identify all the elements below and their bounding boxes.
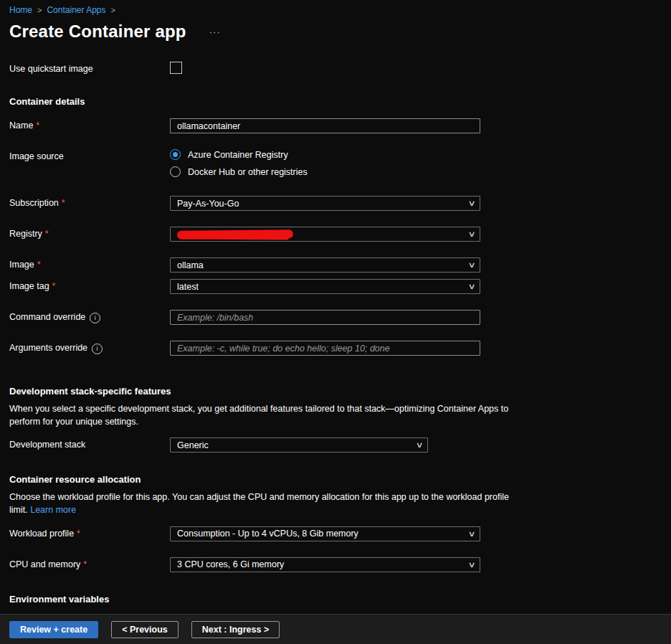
radio-label: Docker Hub or other registries <box>188 167 308 177</box>
name-row: Name <box>9 118 660 133</box>
chevron-down-icon: ∨ <box>467 282 475 291</box>
image-value: ollama <box>177 260 204 270</box>
previous-button[interactable]: < Previous <box>111 621 179 638</box>
development-stack-value: Generic <box>177 440 209 450</box>
title-row: Create Container app ··· <box>9 22 660 42</box>
image-source-row: Image source Azure Container Registry Do… <box>9 149 660 177</box>
development-stack-label: Development stack <box>9 437 170 453</box>
page-title: Create Container app <box>9 22 186 42</box>
radio-azure-container-registry[interactable]: Azure Container Registry <box>170 149 660 160</box>
command-override-row: Command override i <box>9 310 660 325</box>
radio-selected-icon <box>170 149 181 160</box>
arguments-override-label: Arguments override i <box>9 341 170 356</box>
registry-label: Registry <box>9 227 170 242</box>
radio-docker-hub[interactable]: Docker Hub or other registries <box>170 166 660 177</box>
image-tag-label: Image tag <box>9 279 170 294</box>
breadcrumb-separator: > <box>111 6 115 14</box>
chevron-down-icon: ∨ <box>467 260 475 270</box>
cpu-memory-label: CPU and memory <box>9 557 170 572</box>
command-override-input[interactable] <box>170 310 480 325</box>
cpu-memory-value: 3 CPU cores, 6 Gi memory <box>177 559 284 569</box>
create-container-app-page: Home > Container Apps > Create Container… <box>0 0 671 605</box>
quickstart-row: Use quickstart image <box>9 62 660 75</box>
chevron-down-icon: ∨ <box>467 229 475 239</box>
command-override-label: Command override i <box>9 310 170 325</box>
chevron-down-icon: ∨ <box>467 529 475 539</box>
review-create-button[interactable]: Review + create <box>9 621 98 638</box>
environment-variables-heading: Environment variables <box>9 594 660 605</box>
image-label: Image <box>9 257 170 273</box>
workload-profile-value: Consumption - Up to 4 vCPUs, 8 Gib memor… <box>177 529 358 539</box>
registry-row: Registry ∨ <box>9 227 660 242</box>
learn-more-link[interactable]: Learn more <box>30 505 76 515</box>
workload-profile-row: Workload profile Consumption - Up to 4 v… <box>9 526 660 541</box>
workload-profile-select[interactable]: Consumption - Up to 4 vCPUs, 8 Gib memor… <box>170 526 480 541</box>
development-stack-row: Development stack Generic ∨ <box>9 437 660 453</box>
development-stack-select[interactable]: Generic ∨ <box>170 437 428 453</box>
redacted-registry-value <box>177 229 293 240</box>
info-icon[interactable]: i <box>92 344 103 354</box>
registry-select[interactable]: ∨ <box>170 227 480 242</box>
chevron-down-icon: ∨ <box>415 440 423 450</box>
breadcrumb-home-link[interactable]: Home <box>9 5 32 15</box>
info-icon[interactable]: i <box>90 313 100 323</box>
image-source-label: Image source <box>9 149 170 177</box>
quickstart-checkbox[interactable] <box>170 62 182 74</box>
next-ingress-button[interactable]: Next : Ingress > <box>191 621 280 638</box>
chevron-down-icon: ∨ <box>467 560 475 569</box>
breadcrumb: Home > Container Apps > <box>9 5 660 15</box>
radio-unselected-icon <box>170 166 181 177</box>
subscription-label: Subscription <box>9 196 170 211</box>
dev-stack-heading: Development stack-specific features <box>9 386 660 397</box>
arguments-override-row: Arguments override i <box>9 341 660 356</box>
container-details-heading: Container details <box>9 96 660 107</box>
subscription-row: Subscription Pay-As-You-Go ∨ <box>9 196 660 211</box>
resource-allocation-heading: Container resource allocation <box>9 474 660 485</box>
breadcrumb-container-apps-link[interactable]: Container Apps <box>47 5 105 15</box>
image-tag-row: Image tag latest ∨ <box>9 279 660 294</box>
dev-stack-description: When you select a specific development s… <box>9 402 528 428</box>
name-label: Name <box>9 118 170 133</box>
radio-label: Azure Container Registry <box>188 150 288 160</box>
image-select[interactable]: ollama ∨ <box>170 257 480 273</box>
cpu-memory-row: CPU and memory 3 CPU cores, 6 Gi memory … <box>9 557 660 572</box>
breadcrumb-separator: > <box>37 6 42 14</box>
cpu-memory-select[interactable]: 3 CPU cores, 6 Gi memory ∨ <box>170 557 480 572</box>
name-input[interactable] <box>170 118 480 133</box>
image-row: Image ollama ∨ <box>9 257 660 273</box>
image-tag-select[interactable]: latest ∨ <box>170 279 480 294</box>
subscription-select[interactable]: Pay-As-You-Go ∨ <box>170 196 480 211</box>
resource-allocation-description: Choose the workload profile for this app… <box>9 491 528 516</box>
more-options-icon[interactable]: ··· <box>209 27 221 37</box>
footer-action-bar: Review + create < Previous Next : Ingres… <box>0 614 671 644</box>
chevron-down-icon: ∨ <box>467 199 475 208</box>
quickstart-label: Use quickstart image <box>9 62 170 75</box>
image-tag-value: latest <box>177 282 199 292</box>
arguments-override-input[interactable] <box>170 341 480 356</box>
subscription-value: Pay-As-You-Go <box>177 199 239 209</box>
workload-profile-label: Workload profile <box>9 526 170 541</box>
